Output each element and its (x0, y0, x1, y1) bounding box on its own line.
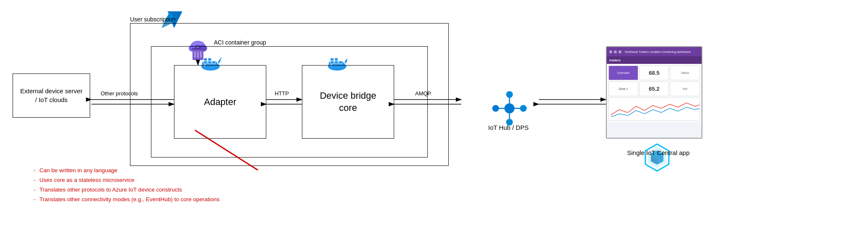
dash-number-1: 68.5 (649, 70, 659, 76)
svg-point-48 (492, 105, 499, 112)
dash-card-number2: 65.2 (639, 81, 669, 96)
device-bridge-label: Device bridgecore (320, 90, 377, 114)
red-note-4: Translates other connectivity modes (e.g… (34, 195, 219, 205)
svg-rect-27 (339, 61, 342, 64)
red-note-3: Translates other protocols to Azure IoT … (34, 185, 219, 195)
adapter-label: Adapter (204, 97, 236, 108)
user-subscription-label: User subscription (130, 16, 175, 23)
aci-container-label: ACI container group (214, 39, 266, 46)
svg-rect-26 (335, 61, 338, 64)
dashboard-topbar: Northwest Traders condition monitoring d… (607, 47, 702, 56)
amqp-label: AMQP (415, 90, 431, 97)
iot-hub-label: IoT Hub / DPS (470, 124, 547, 131)
red-note-1: Can be written in any language (34, 166, 219, 176)
svg-rect-18 (212, 61, 216, 64)
svg-rect-15 (208, 58, 211, 61)
iot-central-label: Single IoT Central app (612, 149, 704, 156)
svg-rect-24 (335, 58, 338, 61)
dash-number-2: 65.2 (649, 86, 659, 92)
external-device-label: External device server/ IoT clouds (20, 87, 82, 104)
dashboard-body: Overview 68.5 Status Zone 1 65.2 Info (607, 64, 702, 122)
dash-dot-3 (619, 50, 621, 53)
red-note-2: Uses core as a stateless microservice (34, 176, 219, 185)
svg-rect-14 (204, 58, 207, 61)
dash-title: Northwest Traders condition monitoring d… (625, 50, 691, 53)
diagram-container: User subscription ACI container group (0, 0, 868, 239)
dash-dot-2 (614, 50, 617, 53)
svg-point-46 (520, 105, 527, 112)
dash-card-value2: Zone 1 (608, 81, 638, 96)
dash-chart-area (608, 97, 700, 121)
dash-chart-svg (609, 98, 700, 121)
dash-card-value1: 68.5 (639, 66, 669, 80)
dash-dot-1 (609, 50, 612, 53)
dash-card-info: Info (670, 81, 700, 96)
dashboard-header: traders (607, 56, 702, 64)
svg-point-45 (506, 91, 513, 98)
svg-rect-23 (330, 58, 334, 61)
external-device-box: External device server/ IoT clouds (13, 74, 90, 118)
dash-card-status: Status (670, 66, 700, 80)
svg-point-44 (504, 103, 515, 113)
other-protocols-label: Other protocols (101, 90, 138, 97)
http-label: HTTP (275, 90, 289, 97)
iot-central-dashboard: Northwest Traders condition monitoring d… (606, 46, 702, 139)
svg-rect-17 (208, 61, 211, 64)
svg-rect-25 (330, 61, 334, 64)
device-bridge-box: Device bridgecore (302, 65, 394, 139)
dash-row-1: Overview 68.5 Status (608, 66, 700, 80)
traders-label: traders (609, 58, 621, 62)
dash-card-purple: Overview (608, 66, 638, 80)
iot-central-hex-icon (642, 143, 672, 172)
svg-rect-16 (204, 61, 207, 64)
adapter-box: Adapter (174, 65, 266, 139)
iot-hub-icon (491, 89, 528, 127)
dash-row-2: Zone 1 65.2 Info (608, 81, 700, 96)
red-notes-section: Can be written in any language Uses core… (34, 166, 219, 205)
